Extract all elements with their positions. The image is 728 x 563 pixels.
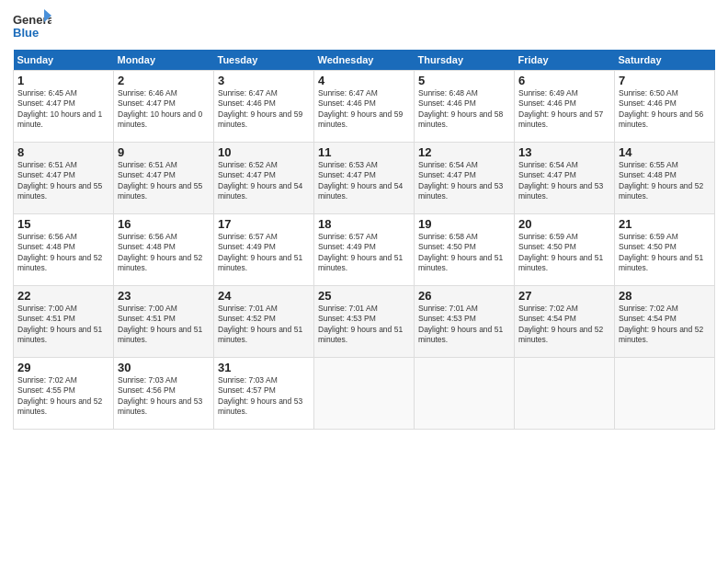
day-info: Sunrise: 7:03 AM Sunset: 4:57 PM Dayligh… [218, 375, 310, 418]
day-number: 24 [218, 289, 310, 303]
calendar-cell: 12 Sunrise: 6:54 AM Sunset: 4:47 PM Dayl… [415, 143, 515, 214]
day-info: Sunrise: 6:47 AM Sunset: 4:46 PM Dayligh… [318, 88, 410, 131]
day-number: 23 [118, 289, 210, 303]
calendar-week-5: 29 Sunrise: 7:02 AM Sunset: 4:55 PM Dayl… [14, 358, 715, 430]
calendar-week-2: 8 Sunrise: 6:51 AM Sunset: 4:47 PM Dayli… [14, 143, 715, 214]
day-number: 2 [118, 74, 210, 87]
calendar-cell: 27 Sunrise: 7:02 AM Sunset: 4:54 PM Dayl… [515, 286, 615, 358]
calendar-table: Sunday Monday Tuesday Wednesday Thursday… [13, 50, 715, 430]
calendar-cell: 13 Sunrise: 6:54 AM Sunset: 4:47 PM Dayl… [515, 143, 615, 214]
calendar-cell: 3 Sunrise: 6:47 AM Sunset: 4:46 PM Dayli… [214, 71, 314, 143]
calendar-cell: 20 Sunrise: 6:59 AM Sunset: 4:50 PM Dayl… [515, 214, 615, 286]
day-number: 5 [418, 74, 510, 87]
col-friday: Friday [515, 50, 615, 71]
day-info: Sunrise: 6:54 AM Sunset: 4:47 PM Dayligh… [418, 160, 510, 202]
day-info: Sunrise: 7:00 AM Sunset: 4:51 PM Dayligh… [118, 304, 210, 346]
day-info: Sunrise: 6:48 AM Sunset: 4:46 PM Dayligh… [418, 88, 510, 131]
calendar-cell [515, 358, 615, 430]
calendar-cell: 14 Sunrise: 6:55 AM Sunset: 4:48 PM Dayl… [615, 143, 715, 214]
day-number: 17 [218, 217, 310, 231]
day-info: Sunrise: 7:02 AM Sunset: 4:54 PM Dayligh… [619, 304, 711, 346]
day-number: 10 [218, 145, 310, 159]
calendar-cell: 2 Sunrise: 6:46 AM Sunset: 4:47 PM Dayli… [114, 71, 214, 143]
day-info: Sunrise: 6:54 AM Sunset: 4:47 PM Dayligh… [518, 160, 610, 202]
day-number: 22 [17, 289, 109, 303]
day-number: 18 [318, 217, 410, 231]
day-info: Sunrise: 7:01 AM Sunset: 4:52 PM Dayligh… [218, 304, 310, 346]
day-info: Sunrise: 6:59 AM Sunset: 4:50 PM Dayligh… [518, 232, 610, 274]
day-number: 29 [17, 361, 109, 374]
day-number: 19 [418, 217, 510, 231]
day-number: 21 [619, 217, 711, 231]
calendar-week-1: 1 Sunrise: 6:45 AM Sunset: 4:47 PM Dayli… [14, 71, 715, 143]
day-info: Sunrise: 7:01 AM Sunset: 4:53 PM Dayligh… [318, 304, 410, 346]
day-number: 16 [118, 217, 210, 231]
day-info: Sunrise: 7:00 AM Sunset: 4:51 PM Dayligh… [17, 304, 109, 346]
calendar-header: Sunday Monday Tuesday Wednesday Thursday… [14, 50, 715, 71]
day-number: 28 [619, 289, 711, 303]
day-number: 27 [518, 289, 610, 303]
col-saturday: Saturday [615, 50, 715, 71]
day-info: Sunrise: 7:02 AM Sunset: 4:54 PM Dayligh… [518, 304, 610, 346]
col-tuesday: Tuesday [214, 50, 314, 71]
day-info: Sunrise: 6:45 AM Sunset: 4:47 PM Dayligh… [17, 88, 109, 131]
day-info: Sunrise: 6:57 AM Sunset: 4:49 PM Dayligh… [218, 232, 310, 274]
day-number: 4 [318, 74, 410, 87]
day-number: 3 [218, 74, 310, 87]
day-info: Sunrise: 6:57 AM Sunset: 4:49 PM Dayligh… [318, 232, 410, 274]
calendar-cell: 21 Sunrise: 6:59 AM Sunset: 4:50 PM Dayl… [615, 214, 715, 286]
calendar-week-4: 22 Sunrise: 7:00 AM Sunset: 4:51 PM Dayl… [14, 286, 715, 358]
calendar-cell: 5 Sunrise: 6:48 AM Sunset: 4:46 PM Dayli… [415, 71, 515, 143]
day-number: 14 [619, 145, 711, 159]
day-number: 20 [518, 217, 610, 231]
calendar-cell: 23 Sunrise: 7:00 AM Sunset: 4:51 PM Dayl… [114, 286, 214, 358]
day-number: 25 [318, 289, 410, 303]
day-number: 6 [518, 74, 610, 87]
calendar-cell: 4 Sunrise: 6:47 AM Sunset: 4:46 PM Dayli… [314, 71, 415, 143]
calendar-cell: 15 Sunrise: 6:56 AM Sunset: 4:48 PM Dayl… [14, 214, 114, 286]
day-number: 13 [518, 145, 610, 159]
day-info: Sunrise: 6:58 AM Sunset: 4:50 PM Dayligh… [418, 232, 510, 274]
day-number: 15 [17, 217, 109, 231]
day-number: 30 [118, 361, 210, 374]
day-info: Sunrise: 7:03 AM Sunset: 4:56 PM Dayligh… [118, 375, 210, 418]
col-thursday: Thursday [415, 50, 515, 71]
day-info: Sunrise: 6:56 AM Sunset: 4:48 PM Dayligh… [118, 232, 210, 274]
day-number: 9 [118, 145, 210, 159]
day-number: 26 [418, 289, 510, 303]
header: General Blue [13, 9, 715, 44]
day-number: 8 [17, 145, 109, 159]
day-info: Sunrise: 6:51 AM Sunset: 4:47 PM Dayligh… [118, 160, 210, 202]
calendar-cell: 6 Sunrise: 6:49 AM Sunset: 4:46 PM Dayli… [515, 71, 615, 143]
calendar-cell [314, 358, 415, 430]
day-info: Sunrise: 6:50 AM Sunset: 4:46 PM Dayligh… [619, 88, 711, 131]
day-number: 1 [17, 74, 109, 87]
logo-icon: General Blue [13, 9, 51, 44]
calendar-cell: 9 Sunrise: 6:51 AM Sunset: 4:47 PM Dayli… [114, 143, 214, 214]
calendar-cell [415, 358, 515, 430]
day-info: Sunrise: 6:55 AM Sunset: 4:48 PM Dayligh… [619, 160, 711, 202]
logo: General Blue [13, 9, 51, 44]
day-info: Sunrise: 7:01 AM Sunset: 4:53 PM Dayligh… [418, 304, 510, 346]
calendar-cell: 1 Sunrise: 6:45 AM Sunset: 4:47 PM Dayli… [14, 71, 114, 143]
day-number: 7 [619, 74, 711, 87]
svg-text:Blue: Blue [13, 26, 39, 40]
day-number: 12 [418, 145, 510, 159]
calendar-cell: 29 Sunrise: 7:02 AM Sunset: 4:55 PM Dayl… [14, 358, 114, 430]
day-info: Sunrise: 6:46 AM Sunset: 4:47 PM Dayligh… [118, 88, 210, 131]
logo-group: General Blue [13, 9, 51, 44]
calendar-cell: 8 Sunrise: 6:51 AM Sunset: 4:47 PM Dayli… [14, 143, 114, 214]
calendar-cell: 19 Sunrise: 6:58 AM Sunset: 4:50 PM Dayl… [415, 214, 515, 286]
day-info: Sunrise: 6:49 AM Sunset: 4:46 PM Dayligh… [518, 88, 610, 131]
day-number: 11 [318, 145, 410, 159]
day-info: Sunrise: 6:53 AM Sunset: 4:47 PM Dayligh… [318, 160, 410, 202]
calendar-cell: 17 Sunrise: 6:57 AM Sunset: 4:49 PM Dayl… [214, 214, 314, 286]
day-info: Sunrise: 6:47 AM Sunset: 4:46 PM Dayligh… [218, 88, 310, 131]
calendar-body: 1 Sunrise: 6:45 AM Sunset: 4:47 PM Dayli… [14, 71, 715, 430]
calendar-cell: 24 Sunrise: 7:01 AM Sunset: 4:52 PM Dayl… [214, 286, 314, 358]
calendar-cell: 11 Sunrise: 6:53 AM Sunset: 4:47 PM Dayl… [314, 143, 415, 214]
calendar-cell: 10 Sunrise: 6:52 AM Sunset: 4:47 PM Dayl… [214, 143, 314, 214]
calendar-cell [615, 358, 715, 430]
col-wednesday: Wednesday [314, 50, 415, 71]
calendar-cell: 18 Sunrise: 6:57 AM Sunset: 4:49 PM Dayl… [314, 214, 415, 286]
